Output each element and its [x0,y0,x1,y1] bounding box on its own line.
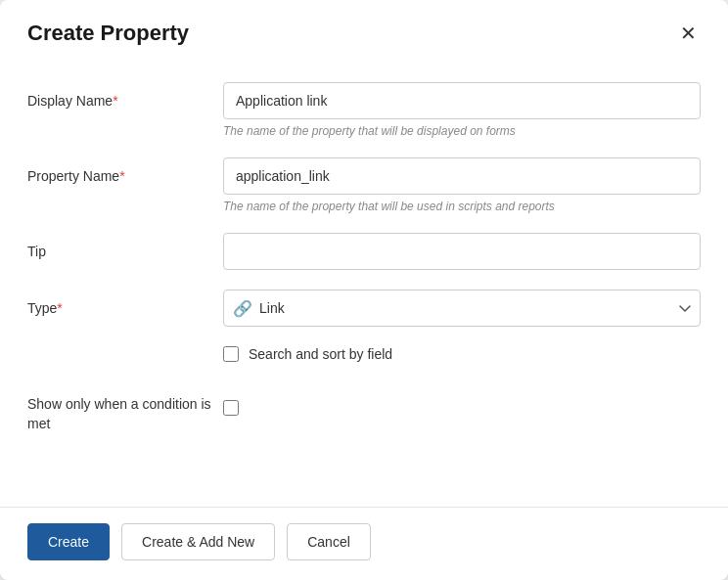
type-label: Type* [27,290,223,319]
create-property-modal: Create Property ✕ Display Name* The name… [0,0,728,580]
search-sort-checkbox[interactable] [223,346,239,362]
tip-wrap [223,233,701,270]
display-name-input[interactable] [223,82,701,119]
display-name-hint: The name of the property that will be di… [223,124,701,138]
type-select[interactable]: Link [223,290,701,327]
tip-row: Tip [27,233,701,270]
modal-header: Create Property ✕ [0,0,728,63]
search-sort-row: Search and sort by field [27,346,701,362]
required-star-3: * [57,300,62,316]
display-name-wrap: The name of the property that will be di… [223,82,701,138]
type-select-wrap: 🔗 Link [223,290,701,327]
show-condition-wrap [223,400,701,420]
modal-title: Create Property [27,21,189,46]
search-sort-label[interactable]: Search and sort by field [249,346,392,362]
show-condition-checkbox[interactable] [223,400,239,416]
type-wrap: 🔗 Link [223,290,701,327]
property-name-wrap: The name of the property that will be us… [223,157,701,213]
tip-input[interactable] [223,233,701,270]
show-condition-label: Show only when a condition is met [27,385,223,433]
required-star: * [113,93,117,109]
modal-footer: Create Create & Add New Cancel [0,507,728,580]
property-name-hint: The name of the property that will be us… [223,200,701,213]
property-name-label: Property Name* [27,157,223,187]
close-button[interactable]: ✕ [676,20,701,47]
display-name-label: Display Name* [27,82,223,112]
close-icon: ✕ [680,22,697,44]
property-name-input[interactable] [223,157,701,195]
display-name-row: Display Name* The name of the property t… [27,82,701,138]
required-star-2: * [119,168,124,184]
type-row: Type* 🔗 Link [27,290,701,327]
modal-body: Display Name* The name of the property t… [0,63,728,507]
property-name-row: Property Name* The name of the property … [27,157,701,213]
show-condition-row: Show only when a condition is met [27,385,701,433]
create-button[interactable]: Create [27,523,110,560]
create-add-new-button[interactable]: Create & Add New [121,523,275,560]
cancel-button[interactable]: Cancel [287,523,371,560]
tip-label: Tip [27,233,223,262]
